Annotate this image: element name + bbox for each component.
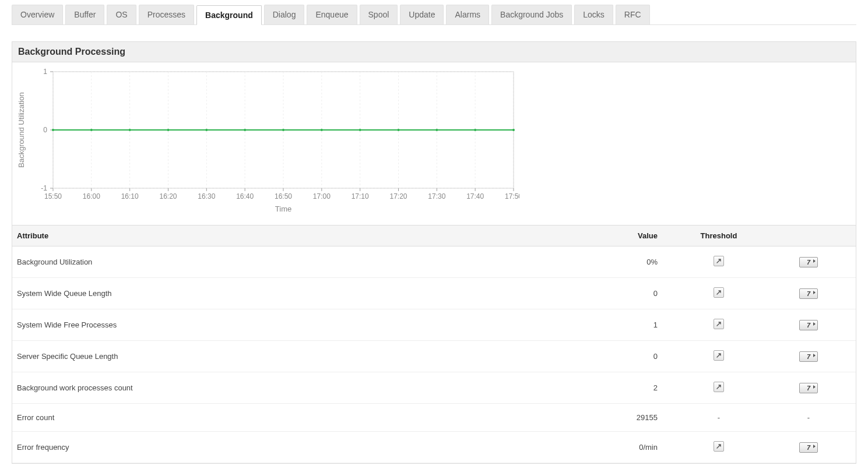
svg-text:Background Utilization: Background Utilization (17, 92, 26, 167)
attribute-name: Background work processes count (12, 372, 518, 404)
svg-point-56 (321, 129, 323, 131)
svg-point-61 (512, 129, 515, 131)
history-button[interactable]: 7 (799, 288, 818, 299)
svg-point-54 (244, 129, 246, 131)
threshold-cell (669, 432, 768, 463)
action-cell: 7 (768, 246, 856, 278)
tab-spool[interactable]: Spool (360, 5, 398, 24)
svg-text:17:00: 17:00 (313, 192, 331, 200)
history-button[interactable]: 7 (799, 320, 818, 330)
attribute-name: Server Specific Queue Length (12, 341, 518, 372)
table-row: Background Utilization0%7 (12, 246, 856, 278)
svg-text:17:10: 17:10 (352, 192, 369, 200)
threshold-cell (669, 341, 768, 372)
configure-threshold-icon[interactable] (714, 441, 724, 452)
svg-text:16:00: 16:00 (83, 192, 100, 200)
background-utilization-chart: 15:5016:0016:1016:2016:3016:4016:5017:00… (12, 66, 519, 217)
table-row: Error frequency0/min7 (12, 432, 856, 463)
svg-text:17:30: 17:30 (428, 192, 445, 200)
col-action-header (768, 226, 856, 246)
tab-bar: OverviewBufferOSProcessesBackgroundDialo… (12, 5, 856, 25)
svg-text:17:20: 17:20 (389, 192, 407, 200)
tab-buffer[interactable]: Buffer (65, 5, 104, 24)
tab-locks[interactable]: Locks (574, 5, 613, 24)
svg-point-59 (435, 129, 438, 131)
attribute-value: 0 (518, 341, 669, 372)
table-row: System Wide Queue Length07 (12, 278, 856, 309)
svg-text:16:40: 16:40 (236, 192, 254, 200)
attribute-name: Error frequency (12, 432, 518, 463)
svg-point-49 (52, 129, 54, 131)
configure-threshold-icon[interactable] (714, 350, 724, 361)
svg-point-50 (90, 129, 93, 131)
attribute-name: Error count (12, 404, 518, 432)
action-cell: 7 (768, 341, 856, 372)
attribute-name: Background Utilization (12, 246, 518, 278)
configure-threshold-icon[interactable] (714, 382, 724, 392)
action-cell: - (768, 404, 856, 432)
action-cell: 7 (768, 432, 856, 463)
svg-text:16:50: 16:50 (275, 192, 292, 200)
tab-background-jobs[interactable]: Background Jobs (491, 5, 572, 24)
svg-point-58 (398, 129, 400, 131)
table-row: Background work processes count27 (12, 372, 856, 404)
svg-text:1: 1 (43, 68, 47, 76)
attribute-value: 29155 (518, 404, 669, 432)
attribute-value: 1 (518, 309, 669, 341)
svg-text:0: 0 (43, 126, 47, 134)
threshold-cell: - (669, 404, 768, 432)
tab-enqueue[interactable]: Enqueue (307, 5, 357, 24)
svg-text:16:20: 16:20 (159, 192, 177, 200)
history-button[interactable]: 7 (799, 442, 818, 453)
threshold-cell (669, 372, 768, 404)
col-threshold-header: Threshold (669, 226, 768, 246)
tab-overview[interactable]: Overview (12, 5, 63, 24)
action-cell: 7 (768, 309, 856, 341)
attribute-table: Attribute Value Threshold Background Uti… (12, 225, 856, 463)
tab-dialog[interactable]: Dialog (264, 5, 305, 24)
table-row: Error count29155-- (12, 404, 856, 432)
svg-point-52 (167, 129, 170, 131)
configure-threshold-icon[interactable] (714, 319, 724, 329)
svg-point-55 (282, 129, 284, 131)
attribute-name: System Wide Free Processes (12, 309, 518, 341)
tab-os[interactable]: OS (107, 5, 136, 24)
svg-text:16:10: 16:10 (121, 192, 139, 200)
history-button[interactable]: 7 (799, 383, 818, 393)
tab-alarms[interactable]: Alarms (446, 5, 489, 24)
svg-text:16:30: 16:30 (198, 192, 215, 200)
svg-point-53 (205, 129, 208, 131)
no-threshold: - (718, 413, 720, 422)
svg-point-60 (474, 129, 476, 131)
threshold-cell (669, 246, 768, 278)
history-button[interactable]: 7 (799, 351, 818, 362)
no-action: - (807, 413, 810, 422)
configure-threshold-icon[interactable] (714, 256, 724, 266)
svg-text:17:50: 17:50 (505, 192, 519, 200)
svg-text:Time: Time (275, 205, 291, 213)
attribute-value: 0% (518, 246, 669, 278)
tab-update[interactable]: Update (400, 5, 444, 24)
tab-rfc[interactable]: RFC (616, 5, 650, 24)
table-row: Server Specific Queue Length07 (12, 341, 856, 372)
attribute-name: System Wide Queue Length (12, 278, 518, 309)
action-cell: 7 (768, 372, 856, 404)
attribute-value: 0/min (518, 432, 669, 463)
attribute-value: 0 (518, 278, 669, 309)
table-row: System Wide Free Processes17 (12, 309, 856, 341)
svg-text:15:50: 15:50 (44, 192, 62, 200)
col-value-header: Value (518, 226, 669, 246)
panel-title: Background Processing (12, 42, 856, 62)
tab-background[interactable]: Background (196, 5, 262, 25)
configure-threshold-icon[interactable] (714, 287, 724, 298)
tab-processes[interactable]: Processes (139, 5, 194, 24)
svg-point-51 (129, 129, 131, 131)
attribute-value: 2 (518, 372, 669, 404)
background-processing-panel: Background Processing 15:5016:0016:1016:… (12, 41, 856, 464)
chart-container: 15:5016:0016:1016:2016:3016:4016:5017:00… (12, 62, 856, 219)
action-cell: 7 (768, 278, 856, 309)
col-attribute-header: Attribute (12, 226, 518, 246)
history-button[interactable]: 7 (799, 257, 818, 267)
svg-point-57 (359, 129, 361, 131)
svg-text:17:40: 17:40 (466, 192, 484, 200)
